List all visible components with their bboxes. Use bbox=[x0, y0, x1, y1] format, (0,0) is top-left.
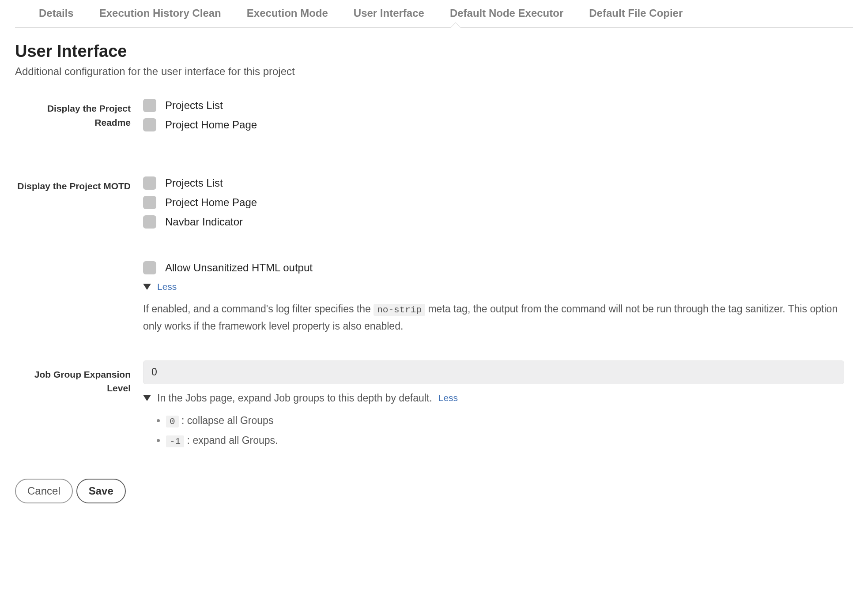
readme-label: Display the Project Readme bbox=[15, 99, 143, 129]
unsanitized-html-help: If enabled, and a command's log filter s… bbox=[143, 301, 844, 335]
tab-execution-mode[interactable]: Execution Mode bbox=[247, 7, 328, 19]
list-item: 0 : collapse all Groups bbox=[166, 412, 844, 430]
motd-option-home-page: Project Home Page bbox=[165, 196, 257, 209]
cancel-button[interactable]: Cancel bbox=[15, 479, 73, 503]
tab-execution-history-clean[interactable]: Execution History Clean bbox=[99, 7, 221, 19]
checkbox-unsanitized-html[interactable] bbox=[143, 261, 156, 274]
less-link-html[interactable]: Less bbox=[157, 281, 177, 292]
checkbox-readme-projects-list[interactable] bbox=[143, 99, 156, 112]
motd-label: Display the Project MOTD bbox=[15, 176, 143, 193]
code-zero: 0 bbox=[166, 416, 179, 428]
tab-default-node-executor[interactable]: Default Node Executor bbox=[450, 7, 563, 19]
tabs-bar: Details Execution History Clean Executio… bbox=[15, 0, 853, 28]
tab-details[interactable]: Details bbox=[39, 7, 74, 19]
unsanitized-html-label: Allow Unsanitized HTML output bbox=[165, 262, 313, 274]
job-group-hint: In the Jobs page, expand Job groups to t… bbox=[157, 392, 432, 404]
motd-option-projects-list: Projects List bbox=[165, 177, 223, 189]
job-group-help-list: 0 : collapse all Groups -1 : expand all … bbox=[143, 412, 844, 450]
less-link-job-group[interactable]: Less bbox=[438, 393, 458, 403]
checkbox-motd-home-page[interactable] bbox=[143, 196, 156, 209]
tab-default-file-copier[interactable]: Default File Copier bbox=[589, 7, 683, 19]
form-row-readme: Display the Project Readme Projects List… bbox=[15, 99, 853, 138]
job-group-label: Job Group Expansion Level bbox=[15, 360, 143, 395]
save-button[interactable]: Save bbox=[76, 479, 126, 503]
button-row: Cancel Save bbox=[15, 479, 853, 503]
code-neg-one: -1 bbox=[166, 435, 184, 447]
no-strip-code: no-strip bbox=[374, 304, 425, 316]
readme-option-projects-list: Projects List bbox=[165, 99, 223, 112]
triangle-down-icon[interactable] bbox=[143, 395, 151, 401]
checkbox-motd-projects-list[interactable] bbox=[143, 176, 156, 190]
form-row-motd: Display the Project MOTD Projects List P… bbox=[15, 176, 853, 335]
motd-option-navbar: Navbar Indicator bbox=[165, 216, 243, 228]
list-item: -1 : expand all Groups. bbox=[166, 432, 844, 450]
job-group-expansion-input[interactable] bbox=[143, 360, 844, 384]
page-subtitle: Additional configuration for the user in… bbox=[15, 65, 853, 78]
checkbox-motd-navbar[interactable] bbox=[143, 215, 156, 229]
active-tab-indicator-icon bbox=[449, 22, 461, 28]
checkbox-readme-home-page[interactable] bbox=[143, 118, 156, 131]
page-title: User Interface bbox=[15, 42, 853, 61]
readme-option-home-page: Project Home Page bbox=[165, 119, 257, 131]
tab-user-interface[interactable]: User Interface bbox=[354, 7, 424, 19]
triangle-down-icon[interactable] bbox=[143, 284, 151, 290]
form-row-job-group: Job Group Expansion Level In the Jobs pa… bbox=[15, 360, 853, 452]
